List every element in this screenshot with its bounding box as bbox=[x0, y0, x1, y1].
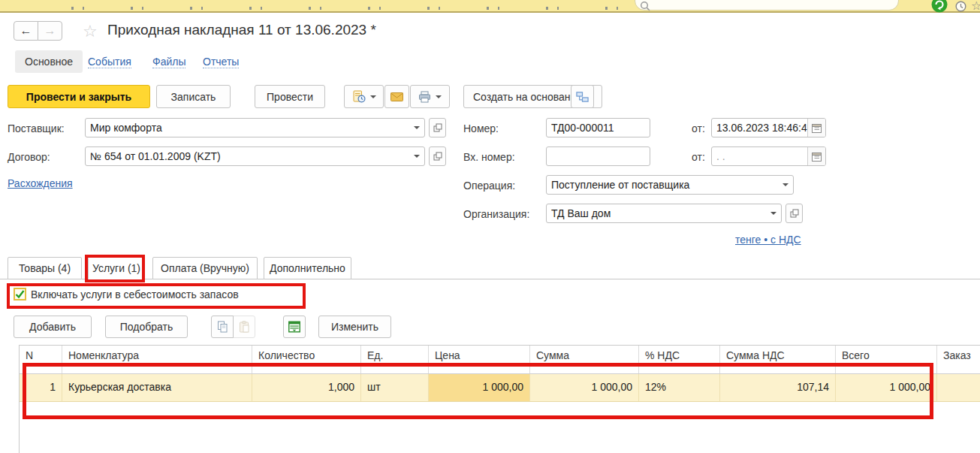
organization-field[interactable]: ТД Ваш дом bbox=[546, 204, 782, 223]
tab-reports[interactable]: Отчеты bbox=[203, 50, 239, 73]
cell-unit[interactable]: шт bbox=[361, 374, 429, 401]
col-header-total[interactable]: Всего bbox=[836, 346, 937, 373]
tab-files[interactable]: Файлы bbox=[152, 50, 185, 73]
tab-events-link[interactable]: События bbox=[88, 56, 131, 68]
search-icon bbox=[640, 1, 650, 11]
col-header-price[interactable]: Цена bbox=[429, 346, 530, 373]
copy-icon bbox=[217, 321, 228, 333]
post-and-close-button[interactable]: Провести и закрыть bbox=[8, 85, 150, 108]
operation-value: Поступление от поставщика bbox=[547, 179, 778, 191]
operation-field[interactable]: Поступление от поставщика bbox=[546, 175, 794, 195]
currency-vat-link[interactable]: тенге • с НДС bbox=[735, 234, 801, 246]
date-field[interactable]: 13.06.2023 18:46:4 bbox=[711, 118, 826, 137]
global-search-input[interactable] bbox=[635, 0, 899, 11]
organization-value: ТД Ваш дом bbox=[547, 207, 766, 219]
tab-payment[interactable]: Оплата (Вручную) bbox=[152, 257, 258, 279]
history-icon[interactable] bbox=[955, 1, 966, 12]
forward-button[interactable]: → bbox=[38, 21, 62, 41]
paste-icon bbox=[239, 321, 249, 333]
discrepancies-link[interactable]: Расхождения bbox=[8, 177, 73, 189]
operation-dropdown[interactable] bbox=[778, 176, 793, 194]
supplier-label: Поставщик: bbox=[8, 122, 65, 137]
save-label: Записать bbox=[171, 91, 216, 103]
contract-value: № 654 от 01.01.2009 (KZT) bbox=[86, 150, 409, 162]
cell-order[interactable] bbox=[937, 374, 980, 401]
tab-files-link[interactable]: Файлы bbox=[152, 56, 185, 68]
tab-events[interactable]: События bbox=[88, 50, 131, 73]
col-header-vat-percent[interactable]: % НДС bbox=[639, 346, 720, 373]
envelope-icon bbox=[390, 92, 403, 101]
dropdown-caret bbox=[436, 95, 442, 98]
cell-quantity[interactable]: 1,000 bbox=[252, 374, 361, 401]
col-header-amount[interactable]: Сумма bbox=[530, 346, 639, 373]
favorite-star-icon[interactable]: ☆ bbox=[83, 22, 98, 41]
cell-n[interactable]: 1 bbox=[20, 374, 62, 401]
related-documents-button[interactable] bbox=[571, 85, 594, 108]
supplier-field[interactable]: Мир комфорта bbox=[85, 118, 425, 137]
supplier-open-button[interactable] bbox=[429, 118, 446, 137]
contract-open-button[interactable] bbox=[429, 146, 446, 166]
tab-services[interactable]: Услуги (1) bbox=[88, 257, 145, 280]
date-calendar-button[interactable] bbox=[807, 119, 825, 137]
incoming-number-field[interactable] bbox=[546, 146, 650, 166]
pick-button[interactable]: Подобрать bbox=[105, 316, 188, 338]
open-value-icon bbox=[433, 152, 442, 161]
tab-additional[interactable]: Дополнительно bbox=[264, 257, 351, 279]
print-button[interactable] bbox=[410, 85, 450, 108]
dropdown-caret bbox=[370, 95, 376, 98]
post-button[interactable]: Провести bbox=[255, 85, 325, 108]
col-header-quantity[interactable]: Количество bbox=[252, 346, 361, 373]
include-services-checkbox-label[interactable]: Включать услуги в себестоимость запасов bbox=[31, 288, 239, 300]
col-header-nomenclature[interactable]: Номенклатура bbox=[62, 346, 252, 373]
copy-rows-button[interactable] bbox=[211, 316, 234, 338]
edit-button[interactable]: Изменить bbox=[318, 316, 391, 338]
related-documents-icon bbox=[576, 91, 589, 103]
app-topbar: ☆ bbox=[0, 0, 980, 13]
tab-main[interactable]: Основное bbox=[15, 50, 83, 73]
cell-vat-amount[interactable]: 107,14 bbox=[720, 374, 836, 401]
incoming-date-calendar-button[interactable] bbox=[807, 147, 825, 165]
post-schedule-button[interactable] bbox=[344, 85, 384, 108]
supplier-dropdown[interactable] bbox=[409, 119, 424, 137]
send-email-button[interactable] bbox=[384, 85, 409, 108]
back-button[interactable]: ← bbox=[14, 21, 38, 41]
save-button[interactable]: Записать bbox=[156, 85, 231, 108]
cell-amount[interactable]: 1 000,00 bbox=[530, 374, 639, 401]
table-row[interactable]: 1 Курьерская доставка 1,000 шт 1 000,00 … bbox=[20, 374, 980, 402]
col-header-unit[interactable]: Ед. bbox=[361, 346, 429, 373]
number-field[interactable]: ТД00-000011 bbox=[546, 118, 650, 137]
contract-dropdown[interactable] bbox=[409, 147, 424, 165]
organization-open-button[interactable] bbox=[786, 204, 803, 223]
contract-field[interactable]: № 654 от 01.01.2009 (KZT) bbox=[85, 146, 425, 166]
cell-total[interactable]: 1 000,00 bbox=[836, 374, 937, 401]
list-settings-button[interactable] bbox=[283, 316, 306, 338]
cell-price-selected[interactable]: 1 000,00 bbox=[429, 374, 530, 401]
paste-rows-button[interactable] bbox=[233, 316, 255, 338]
table-header-row: N Номенклатура Количество Ед. Цена Сумма… bbox=[20, 346, 980, 374]
col-header-n[interactable]: N bbox=[20, 346, 62, 373]
include-services-checkbox[interactable] bbox=[14, 288, 26, 300]
services-table: N Номенклатура Количество Ед. Цена Сумма… bbox=[19, 345, 980, 453]
page-title: Приходная накладная 11 от 13.06.2023 * bbox=[107, 22, 376, 38]
add-row-button[interactable]: Добавить bbox=[14, 316, 92, 338]
organization-label: Организация: bbox=[463, 208, 529, 223]
organization-dropdown[interactable] bbox=[766, 204, 781, 222]
post-and-close-label: Провести и закрыть bbox=[26, 91, 131, 103]
create-based-on-label: Создать на основании bbox=[473, 91, 582, 103]
tab-reports-link[interactable]: Отчеты bbox=[203, 56, 239, 68]
favorites-icon[interactable]: ☆ bbox=[971, 0, 980, 13]
col-header-vat-amount[interactable]: Сумма НДС bbox=[720, 346, 836, 373]
service-button[interactable] bbox=[931, 0, 948, 13]
truncated-menu-row bbox=[71, 7, 620, 10]
edit-label: Изменить bbox=[331, 321, 378, 333]
operation-label: Операция: bbox=[463, 180, 515, 195]
tab-goods[interactable]: Товары (4) bbox=[8, 257, 82, 279]
cell-vat-percent[interactable]: 12% bbox=[639, 374, 720, 401]
incoming-date-field[interactable]: . . bbox=[711, 146, 826, 166]
col-header-order[interactable]: Заказ bbox=[937, 346, 980, 373]
date-label: от: bbox=[692, 122, 705, 137]
cell-nomenclature[interactable]: Курьерская доставка bbox=[62, 374, 252, 401]
incoming-date-label: от: bbox=[692, 151, 705, 166]
checkmark-icon bbox=[15, 289, 25, 299]
open-value-icon bbox=[790, 209, 799, 218]
